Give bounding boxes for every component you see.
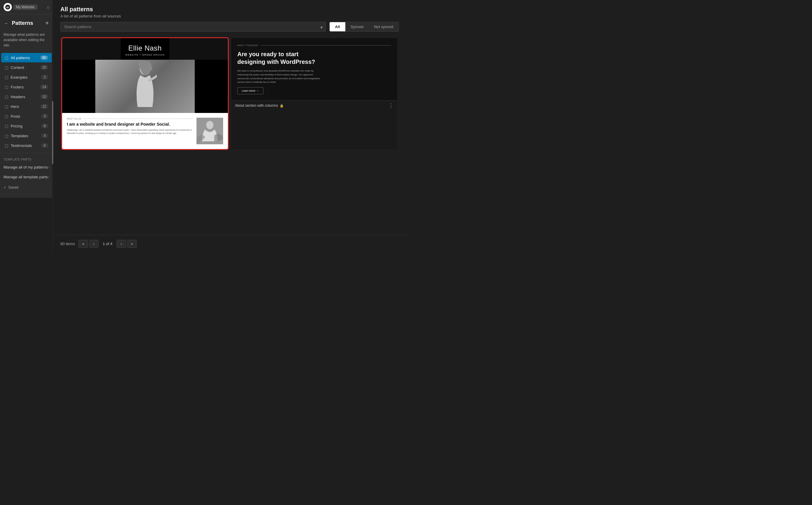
last-page-button[interactable]: » [127, 240, 137, 248]
sidebar-count-posts: 3 [41, 114, 48, 119]
sidebar-count-pricing: 8 [41, 124, 48, 128]
sidebar-count-templates: 4 [41, 133, 48, 138]
ellie-bottom-photo-area [197, 118, 223, 144]
meet-powder-label: MEET POWDER [237, 44, 391, 47]
filter-tab-not-synced[interactable]: Not synced [369, 22, 398, 31]
sidebar-count-footers: 14 [40, 85, 48, 89]
ellie-heading: I am a website and brand designer at Pow… [67, 122, 193, 127]
sidebar-label-hero: Hero [11, 104, 19, 109]
sidebar-top-header: W My Website ○ [0, 0, 53, 14]
sidebar-count-testimonials: 6 [41, 143, 48, 148]
filter-tab-synced[interactable]: Synced [345, 22, 369, 31]
sidebar-count-all-patterns: 80 [40, 55, 48, 60]
pattern-card-ellie-nash[interactable]: Ellie Nash WEBSITE + BRAND DESIGN [62, 38, 228, 149]
about-preview: MEET POWDER Are you ready to start desig… [231, 38, 397, 100]
topbar: All patterns A list of all patterns from… [53, 0, 406, 22]
sidebar-item-pricing[interactable]: ▢ Pricing 8 [1, 121, 52, 131]
ellie-nash-photo-wrap [62, 60, 228, 113]
page-subtitle: A list of all patterns from all sources [61, 14, 399, 18]
sidebar-header-left: ← Patterns [4, 20, 33, 27]
sidebar-label-posts: Posts [11, 114, 20, 119]
folder-icon-testimonials: ▢ [5, 143, 8, 148]
sidebar-description: Manage what patterns are available when … [0, 30, 53, 53]
sidebar-label-pricing: Pricing [11, 124, 22, 128]
chevron-right-icon: › [48, 165, 49, 169]
folder-icon-posts: ▢ [5, 114, 8, 119]
filter-tabs: All Synced Not synced [329, 22, 399, 32]
folder-icon-templates: ▢ [5, 134, 8, 138]
ellie-nash-tagline: WEBSITE + BRAND DESIGN [125, 53, 164, 56]
sidebar-divider [0, 153, 53, 153]
chevron-right-icon-2: › [48, 175, 49, 179]
manage-patterns-label: Manage all of my patterns [4, 165, 48, 169]
about-footer-label: About section with columns 🔒 [235, 104, 284, 108]
about-para: We want to revolutionize how beautiful W… [237, 69, 322, 84]
saved-status: Saved [8, 185, 18, 189]
wp-logo: W [4, 3, 12, 11]
svg-point-4 [206, 121, 213, 129]
lock-icon: 🔒 [280, 104, 284, 108]
sidebar-label-templates: Templates [11, 134, 28, 138]
sidebar: W My Website ○ ← Patterns + Manage what … [0, 0, 53, 252]
sidebar-item-hero[interactable]: ▢ Hero 12 [1, 102, 52, 111]
first-page-button[interactable]: « [79, 240, 88, 248]
sidebar-item-all-patterns[interactable]: ▢ All patterns 80 [1, 53, 52, 62]
manage-template-parts-label: Manage all template parts [4, 175, 48, 179]
prev-page-button[interactable]: ‹ [89, 240, 99, 248]
about-heading: Are you ready to start designing with Wo… [237, 50, 322, 66]
search-wrap: ● [61, 22, 326, 32]
sidebar-label-examples: Examples [11, 75, 27, 79]
items-count: 80 items [61, 241, 75, 246]
folder-icon-footers: ▢ [5, 85, 8, 89]
sidebar-count-content: 20 [40, 65, 48, 70]
ellie-nash-bottom-section: MEET ELLIE I am a website and brand desi… [62, 113, 228, 149]
sidebar-item-footers[interactable]: ▢ Footers 14 [1, 82, 52, 92]
pattern-card-about[interactable]: MEET POWDER Are you ready to start desig… [231, 38, 397, 149]
scroll-track [52, 0, 53, 252]
sidebar-item-templates[interactable]: ▢ Templates 4 [1, 131, 52, 140]
sidebar-item-headers[interactable]: ▢ Headers 10 [1, 92, 52, 102]
sidebar-label-testimonials: Testimonials [11, 143, 32, 148]
filter-bar: ● All Synced Not synced [53, 22, 406, 36]
back-button[interactable]: ← [4, 20, 9, 27]
sidebar-label-all-patterns: All patterns [11, 55, 30, 60]
learn-more-button[interactable]: Learn More → [237, 87, 263, 94]
sidebar-section-label: TEMPLATE PARTS [0, 156, 53, 162]
sidebar-title: Patterns [12, 20, 33, 26]
page-text: 1 of 4 [100, 240, 115, 247]
manage-template-parts-link[interactable]: Manage all template parts › [0, 172, 53, 182]
add-pattern-button[interactable]: + [45, 19, 49, 27]
ellie-bottom-photo [197, 118, 223, 144]
about-text-col: We want to revolutionize how beautiful W… [237, 69, 322, 94]
sidebar-item-content[interactable]: ▢ Content 20 [1, 63, 52, 72]
site-name: My Website [14, 4, 37, 10]
pagination: 80 items « ‹ 1 of 4 › » [53, 235, 406, 252]
sidebar-item-posts[interactable]: ▢ Posts 3 [1, 112, 52, 121]
sidebar-label-headers: Headers [11, 95, 25, 99]
manage-patterns-link[interactable]: Manage all of my patterns › [0, 162, 53, 172]
folder-icon-headers: ▢ [5, 95, 8, 99]
scroll-thumb[interactable] [52, 101, 53, 164]
about-card-footer: About section with columns 🔒 ⋮ [231, 100, 397, 111]
sidebar-search-button[interactable]: ○ [47, 5, 49, 10]
next-page-button[interactable]: › [117, 240, 126, 248]
search-input[interactable] [61, 22, 326, 32]
sidebar-item-all-patterns-left: ▢ All patterns [5, 55, 30, 60]
page-title: All patterns [61, 6, 399, 13]
more-options-button[interactable]: ⋮ [388, 103, 393, 108]
ellie-nash-photo [95, 60, 195, 113]
meet-ellie-label: MEET ELLIE [67, 118, 193, 120]
ellie-body-text: Additionally, I am a masterful website e… [67, 129, 193, 135]
svg-text:W: W [6, 6, 9, 9]
search-icon-button[interactable]: ● [320, 24, 323, 29]
sidebar-count-examples: 2 [41, 75, 48, 79]
sidebar-count-headers: 10 [40, 94, 48, 99]
folder-icon-hero: ▢ [5, 104, 8, 109]
sidebar-item-testimonials[interactable]: ▢ Testimonials 6 [1, 141, 52, 150]
folder-icon-content: ▢ [5, 65, 8, 70]
site-name-area: W My Website [4, 3, 47, 11]
filter-tab-all[interactable]: All [330, 22, 345, 31]
sidebar-item-examples[interactable]: ▢ Examples 2 [1, 72, 52, 82]
ellie-nash-name: Ellie Nash [125, 44, 164, 52]
photo-placeholder [95, 60, 195, 113]
